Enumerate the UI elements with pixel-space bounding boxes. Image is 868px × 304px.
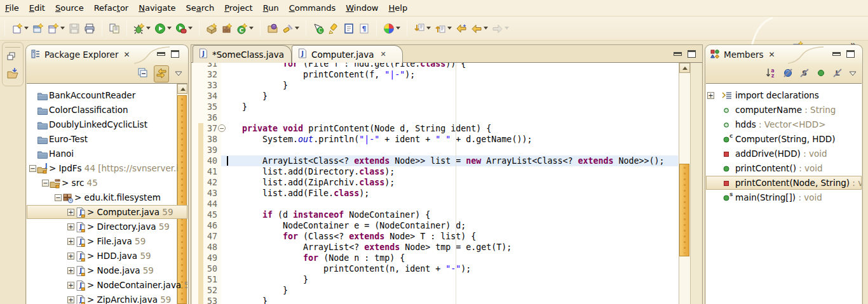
expand-toggle[interactable]: −: [29, 165, 36, 172]
member-item-addDriveHDD[interactable]: addDrive(HDD) : void: [706, 147, 862, 161]
pkgx-collapse-all-button[interactable]: [137, 67, 149, 81]
copy-docs-button[interactable]: [107, 22, 122, 36]
highlighter-button[interactable]: [326, 22, 341, 36]
new-window-button[interactable]: [31, 22, 46, 36]
expand-toggle[interactable]: +: [67, 223, 74, 230]
members-hide-fields-button[interactable]: [782, 67, 794, 81]
member-item-printContentNodeString[interactable]: printContent(Node, String) : void: [706, 176, 862, 190]
expand-toggle[interactable]: +: [67, 282, 74, 289]
tree-item-HDD.java[interactable]: +J> HDD.java 59: [27, 249, 187, 263]
tree-item-Hanoi[interactable]: Hanoi: [27, 147, 187, 161]
members-view-menu-button[interactable]: [848, 69, 857, 79]
tree-item-ColorClassification[interactable]: ColorClassification: [27, 103, 187, 117]
tree-item-src[interactable]: −> src 45: [27, 176, 187, 190]
expand-toggle[interactable]: +: [67, 209, 74, 216]
new-doc-button[interactable]: [46, 22, 67, 36]
tree-item-Node.java[interactable]: +J> Node.java 59: [27, 263, 187, 278]
menu-run[interactable]: Run: [258, 1, 284, 15]
line-number: 38: [192, 134, 217, 145]
expand-toggle[interactable]: +: [67, 253, 74, 260]
member-item-importdeclarations[interactable]: +import declarations: [706, 88, 862, 103]
open-drawer-button[interactable]: [6, 67, 19, 79]
run-button[interactable]: [153, 22, 173, 36]
new-package-button[interactable]: [219, 22, 234, 36]
menu-refactor[interactable]: Refactor: [89, 1, 134, 15]
menu-file[interactable]: File: [0, 1, 24, 15]
tree-item-File.java[interactable]: +J> File.java 59: [27, 234, 187, 249]
pkgx-link-editor-button[interactable]: [154, 65, 169, 83]
run-ext-button[interactable]: [173, 22, 194, 36]
search-button[interactable]: [280, 22, 301, 36]
scrollbar-thumb[interactable]: [679, 164, 689, 256]
package-explorer-tab[interactable]: Package Explorer ✕: [31, 45, 130, 64]
menu-project[interactable]: Project: [219, 1, 258, 15]
members-tab[interactable]: Members ✕: [710, 45, 775, 64]
maximize-button[interactable]: [688, 50, 696, 58]
minimize-button[interactable]: [674, 52, 682, 56]
tree-item-Computer.java[interactable]: +J> Computer.java 59: [27, 205, 187, 220]
minimize-button[interactable]: [832, 52, 841, 56]
fold-marker[interactable]: [218, 124, 226, 132]
open-type-button[interactable]: [265, 22, 280, 36]
menu-commands[interactable]: Commands: [284, 1, 341, 15]
editor-scrollbar[interactable]: [679, 63, 690, 304]
pkgx-view-menu-button[interactable]: [174, 69, 183, 79]
restore-view-button[interactable]: [6, 51, 19, 63]
minimize-button[interactable]: [157, 52, 165, 56]
editor-body[interactable]: for (File f : hdd.get(File.class)) { pri…: [192, 63, 702, 304]
tree-item-BankAccountReader[interactable]: BankAccountReader: [27, 88, 187, 103]
expand-toggle[interactable]: +: [67, 267, 74, 274]
close-icon[interactable]: ✕: [123, 50, 130, 59]
color-wheel-button[interactable]: [381, 22, 402, 36]
member-item-printContent[interactable]: printContent() : void: [706, 161, 862, 176]
members-sort-button[interactable]: az: [766, 67, 777, 81]
debug-button[interactable]: [132, 22, 153, 36]
maximize-button[interactable]: [171, 50, 179, 58]
close-icon[interactable]: ✕: [769, 50, 775, 59]
new-class-button[interactable]: C: [234, 22, 255, 36]
menu-source[interactable]: Source: [50, 1, 89, 15]
tree-item-NodeContainer.java[interactable]: +J> NodeContainer.java 59: [27, 278, 187, 293]
editor-tab-Computer.java[interactable]: JComputer.java✕: [292, 45, 403, 63]
prev-annotation-button[interactable]: [433, 22, 454, 36]
last-edit-java-button[interactable]: C: [311, 22, 326, 36]
member-item-mainString[interactable]: smain(String[]) : void: [706, 190, 862, 205]
tree-item-edu.kit.filesystem[interactable]: −> edu.kit.filesystem: [27, 190, 187, 205]
members-hide-local-button[interactable]: L: [832, 67, 843, 81]
menu-search[interactable]: Search: [181, 1, 220, 15]
new-java-project-button[interactable]: [204, 22, 219, 36]
forward-button[interactable]: [490, 22, 511, 36]
editor-tab-SomeClass.java[interactable]: J*SomeClass.java: [193, 45, 292, 63]
member-item-computerName[interactable]: computerName : String: [706, 103, 862, 117]
back-button[interactable]: [469, 22, 490, 36]
tree-item-Directory.java[interactable]: +J> Directory.java 59: [27, 220, 187, 234]
show-source-button[interactable]: [341, 22, 356, 36]
tree-item-DoublyLinkedCyclicList[interactable]: DoublyLinkedCyclicList: [27, 117, 187, 132]
expand-toggle[interactable]: +: [707, 92, 714, 99]
new-wizard-button[interactable]: [10, 22, 31, 36]
menu-window[interactable]: Window: [341, 1, 383, 15]
expand-toggle[interactable]: +: [67, 238, 74, 245]
next-annotation-button[interactable]: [412, 22, 433, 36]
tree-item-Euro-Test[interactable]: Euro-Test: [27, 132, 187, 147]
maximize-button[interactable]: [846, 50, 855, 58]
member-item-hdds[interactable]: hdds : Vector<HDD>: [706, 117, 862, 132]
scroll-up-arrow[interactable]: [679, 63, 690, 73]
tree-item-IpdFs[interactable]: −J> IpdFs 44 [https://svnserver.i: [27, 161, 187, 176]
print-button[interactable]: [82, 22, 97, 36]
members-show-public-button[interactable]: [815, 67, 827, 81]
member-item-ComputerStringHDD[interactable]: cComputer(String, HDD): [706, 132, 862, 147]
whitespace-button[interactable]: ¶: [356, 22, 372, 36]
tree-item-ZipArchiv.java[interactable]: +J> ZipArchiv.java 59: [27, 293, 187, 304]
last-edit-button[interactable]: [454, 22, 469, 36]
menu-help[interactable]: Help: [384, 1, 413, 15]
menu-edit[interactable]: Edit: [24, 1, 50, 15]
fastview-drag-handle[interactable]: [5, 44, 20, 48]
expand-toggle[interactable]: −: [42, 180, 49, 187]
expand-toggle[interactable]: −: [55, 194, 62, 201]
expand-toggle[interactable]: +: [67, 296, 74, 303]
menu-navigate[interactable]: Navigate: [133, 1, 180, 15]
close-icon[interactable]: ✕: [380, 50, 386, 58]
members-hide-static-button[interactable]: S: [799, 67, 810, 81]
save-button[interactable]: [67, 22, 82, 36]
